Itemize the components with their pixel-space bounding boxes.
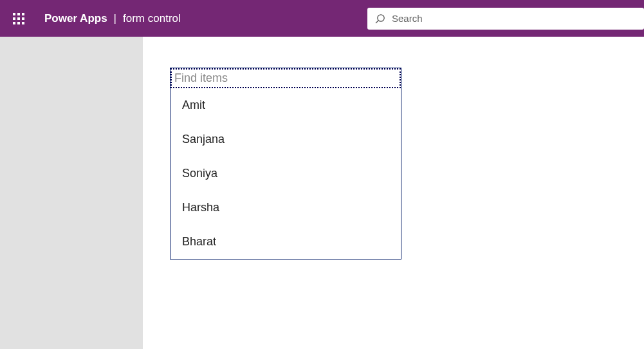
title-separator: | [114,12,116,25]
list-item[interactable]: Bharat [170,225,401,259]
left-sidebar [0,37,143,349]
list-item[interactable]: Amit [170,88,401,122]
list-item[interactable]: Sanjana [170,122,401,156]
global-search[interactable] [367,8,644,30]
app-launcher-icon[interactable] [0,0,37,37]
combobox-input-wrap [170,68,401,88]
body-area: Amit Sanjana Soniya Harsha Bharat [0,37,644,349]
search-input[interactable] [392,13,636,24]
app-title: Power Apps [44,12,107,25]
svg-point-0 [378,14,384,21]
search-icon [375,14,385,24]
list-item[interactable]: Harsha [170,191,401,225]
app-header: Power Apps | form control [0,0,644,37]
canvas: Amit Sanjana Soniya Harsha Bharat [143,37,644,349]
list-item[interactable]: Soniya [170,156,401,191]
combobox-input[interactable] [174,71,397,85]
combobox-list: Amit Sanjana Soniya Harsha Bharat [170,88,401,259]
combobox-control[interactable]: Amit Sanjana Soniya Harsha Bharat [170,68,401,259]
svg-line-1 [376,21,378,23]
page-title: form control [123,12,181,25]
